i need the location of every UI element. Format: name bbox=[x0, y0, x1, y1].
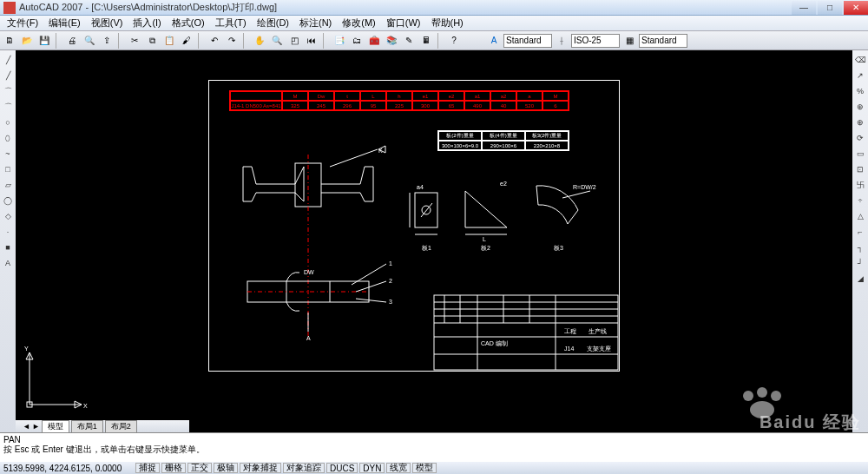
extend-icon[interactable]: △ bbox=[854, 210, 866, 222]
menu-file[interactable]: 文件(F) bbox=[2, 16, 43, 30]
menu-help[interactable]: 帮助(H) bbox=[426, 16, 469, 30]
array-icon[interactable]: ⊕ bbox=[854, 116, 866, 128]
command-line[interactable]: PAN 按 Esc 或 Enter 键退出，或单击右键显示快捷菜单。 bbox=[0, 432, 868, 462]
svg-text:生产线: 生产线 bbox=[589, 328, 607, 334]
svg-line-36 bbox=[562, 191, 590, 198]
text-icon[interactable]: A bbox=[2, 257, 14, 269]
dimstyle-select[interactable]: ISO-25 bbox=[571, 34, 620, 48]
minimize-button[interactable]: — bbox=[792, 1, 816, 15]
tab-model[interactable]: 模型 bbox=[42, 420, 69, 433]
svg-point-58 bbox=[757, 387, 767, 398]
status-model[interactable]: 模型 bbox=[412, 463, 437, 473]
menu-tools[interactable]: 工具(T) bbox=[210, 16, 252, 30]
move-icon[interactable]: ⟳ bbox=[854, 132, 866, 144]
maximize-button[interactable]: □ bbox=[818, 1, 842, 15]
offset-icon[interactable]: ⊕ bbox=[854, 101, 866, 113]
dc-icon[interactable]: 🗂 bbox=[349, 33, 365, 49]
textstyle-select[interactable]: Standard bbox=[503, 34, 552, 48]
redo-icon[interactable]: ↷ bbox=[224, 33, 240, 49]
tablestyle-select[interactable]: Standard bbox=[639, 34, 687, 48]
menu-insert[interactable]: 插入(I) bbox=[128, 16, 166, 30]
match-icon[interactable]: 🖌 bbox=[179, 33, 194, 49]
dimstyle-icon[interactable]: ⟊ bbox=[554, 33, 569, 49]
pan-icon[interactable]: ✋ bbox=[252, 33, 267, 49]
menu-modify[interactable]: 修改(M) bbox=[337, 16, 381, 30]
pline-icon[interactable]: ⌒ bbox=[2, 85, 14, 97]
status-otrack[interactable]: 对象追踪 bbox=[283, 463, 325, 473]
zoom-icon[interactable]: 🔍 bbox=[269, 33, 285, 49]
tab-layout1[interactable]: 布局1 bbox=[71, 420, 103, 433]
mirror-icon[interactable]: % bbox=[854, 85, 866, 97]
print-icon[interactable]: 🖨 bbox=[64, 33, 80, 49]
copy-icon[interactable]: ⧉ bbox=[144, 33, 160, 49]
status-ducs[interactable]: DUCS bbox=[326, 463, 358, 473]
copy2-icon[interactable]: ↗ bbox=[854, 69, 866, 82]
new-icon[interactable]: 🗎 bbox=[2, 33, 17, 49]
preview-icon[interactable]: 🔍 bbox=[82, 33, 97, 49]
status-lwt[interactable]: 线宽 bbox=[386, 463, 411, 473]
scale-icon[interactable]: ⊡ bbox=[854, 163, 866, 175]
trim-icon[interactable]: ÷ bbox=[854, 194, 866, 207]
cut-icon[interactable]: ✂ bbox=[127, 33, 142, 49]
status-dyn[interactable]: DYN bbox=[359, 463, 385, 473]
arc-icon[interactable]: ⬯ bbox=[2, 132, 14, 144]
svg-text:CAD 编制: CAD 编制 bbox=[481, 340, 508, 346]
publish-icon[interactable]: ⇪ bbox=[99, 33, 115, 49]
tab-nav-left[interactable]: ◄ bbox=[23, 422, 30, 431]
help-icon[interactable]: ? bbox=[446, 33, 462, 49]
status-snap[interactable]: 捕捉 bbox=[135, 463, 160, 473]
props-icon[interactable]: 📑 bbox=[332, 33, 347, 49]
erase-icon[interactable]: ⌫ bbox=[854, 54, 866, 66]
tab-layout2[interactable]: 布局2 bbox=[105, 420, 137, 433]
open-icon[interactable]: 📂 bbox=[19, 33, 35, 49]
revcloud-icon[interactable]: □ bbox=[2, 163, 14, 175]
menu-edit[interactable]: 编辑(E) bbox=[43, 16, 86, 30]
layout-tabs: ◄ ► 模型 布局1 布局2 bbox=[16, 420, 189, 432]
menu-dim[interactable]: 标注(N) bbox=[294, 16, 337, 30]
rotate-icon[interactable]: ▭ bbox=[854, 148, 866, 160]
svg-point-59 bbox=[771, 391, 781, 401]
circle-icon[interactable]: ~ bbox=[2, 148, 14, 160]
status-grid[interactable]: 栅格 bbox=[161, 463, 186, 473]
watermark-text: Baidu Baidu 经验经验 bbox=[760, 411, 861, 434]
svg-text:支架支座: 支架支座 bbox=[587, 346, 611, 352]
menu-format[interactable]: 格式(O) bbox=[167, 16, 210, 30]
undo-icon[interactable]: ↶ bbox=[207, 33, 222, 49]
markup-icon[interactable]: ✎ bbox=[401, 33, 417, 49]
point-icon[interactable]: · bbox=[2, 226, 14, 238]
tablestyle-icon[interactable]: ▦ bbox=[621, 33, 637, 49]
menu-window[interactable]: 窗口(W) bbox=[381, 16, 426, 30]
break-icon[interactable]: ⌐ bbox=[854, 226, 866, 238]
svg-text:工程: 工程 bbox=[564, 328, 576, 334]
tp-icon[interactable]: 🧰 bbox=[366, 33, 382, 49]
qcalc-icon[interactable]: 🖩 bbox=[418, 33, 434, 49]
save-icon[interactable]: 💾 bbox=[36, 33, 52, 49]
spline-icon[interactable]: ▱ bbox=[2, 179, 14, 191]
paste-icon[interactable]: 📋 bbox=[161, 33, 177, 49]
zoomprev-icon[interactable]: ⏮ bbox=[304, 33, 319, 49]
tab-nav-right[interactable]: ► bbox=[32, 422, 40, 431]
status-coords: 5139.5998, 4224.6125, 0.0000 bbox=[3, 464, 134, 473]
textstyle-icon[interactable]: A bbox=[486, 33, 502, 49]
chamfer-icon[interactable]: ┐ bbox=[854, 241, 866, 253]
stretch-icon[interactable]: 卐 bbox=[854, 179, 866, 191]
svg-text:J14: J14 bbox=[564, 346, 574, 352]
status-osnap[interactable]: 对象捕捉 bbox=[240, 463, 281, 473]
svg-text:Y: Y bbox=[24, 346, 29, 352]
menu-view[interactable]: 视图(V) bbox=[86, 16, 128, 30]
status-ortho[interactable]: 正交 bbox=[187, 463, 212, 473]
polygon-icon[interactable]: ⌒ bbox=[2, 101, 14, 113]
rect-icon[interactable]: ○ bbox=[2, 116, 14, 128]
close-button[interactable]: ✕ bbox=[844, 1, 868, 15]
block-icon[interactable]: ◇ bbox=[2, 210, 14, 222]
zoomwin-icon[interactable]: ◰ bbox=[286, 33, 302, 49]
line-icon[interactable]: ╱ bbox=[2, 54, 14, 66]
explode-icon[interactable]: ◢ bbox=[854, 273, 866, 285]
menu-draw[interactable]: 绘图(D) bbox=[252, 16, 294, 30]
hatch-icon[interactable]: ■ bbox=[2, 241, 14, 253]
xline-icon[interactable]: ╱ bbox=[2, 69, 14, 82]
ellipse-icon[interactable]: ◯ bbox=[2, 194, 14, 207]
fillet-icon[interactable]: ┘ bbox=[854, 257, 866, 269]
status-polar[interactable]: 极轴 bbox=[214, 463, 238, 473]
ssm-icon[interactable]: 📚 bbox=[384, 33, 399, 49]
